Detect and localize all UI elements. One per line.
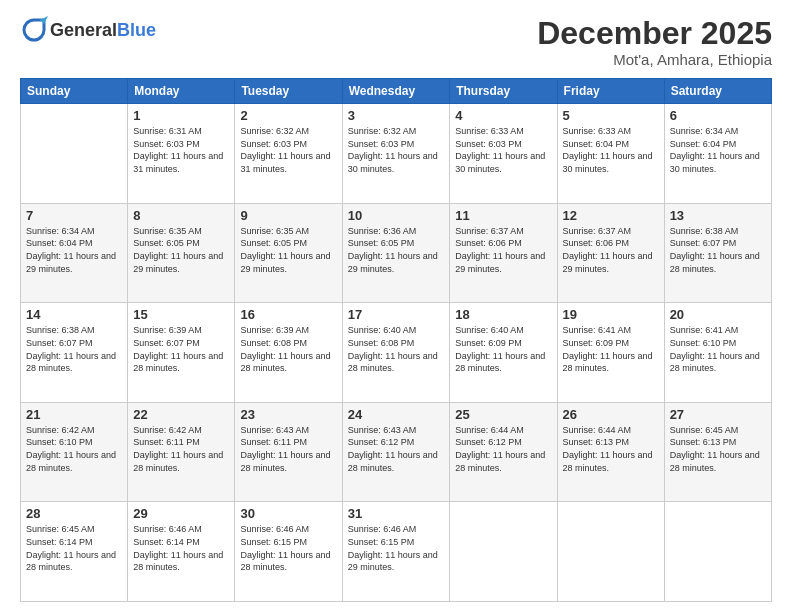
day-number: 13: [670, 208, 766, 223]
calendar-cell: 30 Sunrise: 6:46 AMSunset: 6:15 PMDaylig…: [235, 502, 342, 602]
day-info: Sunrise: 6:43 AMSunset: 6:11 PMDaylight:…: [240, 425, 330, 473]
day-info: Sunrise: 6:42 AMSunset: 6:11 PMDaylight:…: [133, 425, 223, 473]
calendar-page: GeneralBlue December 2025 Mot'a, Amhara,…: [0, 0, 792, 612]
day-info: Sunrise: 6:41 AMSunset: 6:09 PMDaylight:…: [563, 325, 653, 373]
calendar-cell: [21, 104, 128, 204]
day-number: 24: [348, 407, 445, 422]
day-info: Sunrise: 6:36 AMSunset: 6:05 PMDaylight:…: [348, 226, 438, 274]
day-info: Sunrise: 6:45 AMSunset: 6:14 PMDaylight:…: [26, 524, 116, 572]
day-number: 14: [26, 307, 122, 322]
calendar-cell: 2 Sunrise: 6:32 AMSunset: 6:03 PMDayligh…: [235, 104, 342, 204]
day-info: Sunrise: 6:31 AMSunset: 6:03 PMDaylight:…: [133, 126, 223, 174]
day-number: 15: [133, 307, 229, 322]
calendar-cell: 3 Sunrise: 6:32 AMSunset: 6:03 PMDayligh…: [342, 104, 450, 204]
day-info: Sunrise: 6:34 AMSunset: 6:04 PMDaylight:…: [670, 126, 760, 174]
calendar-cell: 17 Sunrise: 6:40 AMSunset: 6:08 PMDaylig…: [342, 303, 450, 403]
calendar-cell: 28 Sunrise: 6:45 AMSunset: 6:14 PMDaylig…: [21, 502, 128, 602]
calendar-cell: [450, 502, 557, 602]
day-info: Sunrise: 6:41 AMSunset: 6:10 PMDaylight:…: [670, 325, 760, 373]
day-info: Sunrise: 6:32 AMSunset: 6:03 PMDaylight:…: [348, 126, 438, 174]
day-number: 25: [455, 407, 551, 422]
calendar-cell: 16 Sunrise: 6:39 AMSunset: 6:08 PMDaylig…: [235, 303, 342, 403]
calendar-cell: [664, 502, 771, 602]
day-info: Sunrise: 6:33 AMSunset: 6:04 PMDaylight:…: [563, 126, 653, 174]
day-info: Sunrise: 6:43 AMSunset: 6:12 PMDaylight:…: [348, 425, 438, 473]
day-info: Sunrise: 6:38 AMSunset: 6:07 PMDaylight:…: [26, 325, 116, 373]
calendar-cell: 31 Sunrise: 6:46 AMSunset: 6:15 PMDaylig…: [342, 502, 450, 602]
day-number: 3: [348, 108, 445, 123]
day-info: Sunrise: 6:44 AMSunset: 6:12 PMDaylight:…: [455, 425, 545, 473]
calendar-cell: 7 Sunrise: 6:34 AMSunset: 6:04 PMDayligh…: [21, 203, 128, 303]
day-number: 29: [133, 506, 229, 521]
days-header-row: Sunday Monday Tuesday Wednesday Thursday…: [21, 79, 772, 104]
calendar-cell: 19 Sunrise: 6:41 AMSunset: 6:09 PMDaylig…: [557, 303, 664, 403]
day-number: 20: [670, 307, 766, 322]
calendar-cell: 4 Sunrise: 6:33 AMSunset: 6:03 PMDayligh…: [450, 104, 557, 204]
day-info: Sunrise: 6:39 AMSunset: 6:07 PMDaylight:…: [133, 325, 223, 373]
day-number: 4: [455, 108, 551, 123]
day-number: 6: [670, 108, 766, 123]
header-friday: Friday: [557, 79, 664, 104]
calendar-table: Sunday Monday Tuesday Wednesday Thursday…: [20, 78, 772, 602]
header: GeneralBlue December 2025 Mot'a, Amhara,…: [20, 16, 772, 68]
day-number: 17: [348, 307, 445, 322]
calendar-cell: 18 Sunrise: 6:40 AMSunset: 6:09 PMDaylig…: [450, 303, 557, 403]
calendar-cell: 12 Sunrise: 6:37 AMSunset: 6:06 PMDaylig…: [557, 203, 664, 303]
day-info: Sunrise: 6:46 AMSunset: 6:15 PMDaylight:…: [240, 524, 330, 572]
day-number: 11: [455, 208, 551, 223]
day-number: 7: [26, 208, 122, 223]
day-info: Sunrise: 6:34 AMSunset: 6:04 PMDaylight:…: [26, 226, 116, 274]
day-info: Sunrise: 6:37 AMSunset: 6:06 PMDaylight:…: [563, 226, 653, 274]
day-info: Sunrise: 6:45 AMSunset: 6:13 PMDaylight:…: [670, 425, 760, 473]
calendar-cell: 9 Sunrise: 6:35 AMSunset: 6:05 PMDayligh…: [235, 203, 342, 303]
day-number: 30: [240, 506, 336, 521]
day-number: 21: [26, 407, 122, 422]
calendar-cell: 15 Sunrise: 6:39 AMSunset: 6:07 PMDaylig…: [128, 303, 235, 403]
logo-general: General: [50, 20, 117, 40]
header-monday: Monday: [128, 79, 235, 104]
header-saturday: Saturday: [664, 79, 771, 104]
day-info: Sunrise: 6:35 AMSunset: 6:05 PMDaylight:…: [240, 226, 330, 274]
day-info: Sunrise: 6:37 AMSunset: 6:06 PMDaylight:…: [455, 226, 545, 274]
calendar-cell: 13 Sunrise: 6:38 AMSunset: 6:07 PMDaylig…: [664, 203, 771, 303]
day-number: 26: [563, 407, 659, 422]
calendar-cell: 24 Sunrise: 6:43 AMSunset: 6:12 PMDaylig…: [342, 402, 450, 502]
logo-text: GeneralBlue: [50, 20, 156, 41]
day-number: 5: [563, 108, 659, 123]
calendar-week-row: 14 Sunrise: 6:38 AMSunset: 6:07 PMDaylig…: [21, 303, 772, 403]
day-number: 18: [455, 307, 551, 322]
calendar-cell: 5 Sunrise: 6:33 AMSunset: 6:04 PMDayligh…: [557, 104, 664, 204]
day-number: 2: [240, 108, 336, 123]
day-info: Sunrise: 6:39 AMSunset: 6:08 PMDaylight:…: [240, 325, 330, 373]
calendar-cell: 20 Sunrise: 6:41 AMSunset: 6:10 PMDaylig…: [664, 303, 771, 403]
header-sunday: Sunday: [21, 79, 128, 104]
calendar-cell: 29 Sunrise: 6:46 AMSunset: 6:14 PMDaylig…: [128, 502, 235, 602]
calendar-cell: 10 Sunrise: 6:36 AMSunset: 6:05 PMDaylig…: [342, 203, 450, 303]
calendar-cell: 25 Sunrise: 6:44 AMSunset: 6:12 PMDaylig…: [450, 402, 557, 502]
calendar-cell: 23 Sunrise: 6:43 AMSunset: 6:11 PMDaylig…: [235, 402, 342, 502]
day-number: 22: [133, 407, 229, 422]
title-block: December 2025 Mot'a, Amhara, Ethiopia: [537, 16, 772, 68]
calendar-cell: 11 Sunrise: 6:37 AMSunset: 6:06 PMDaylig…: [450, 203, 557, 303]
day-number: 23: [240, 407, 336, 422]
day-info: Sunrise: 6:38 AMSunset: 6:07 PMDaylight:…: [670, 226, 760, 274]
header-tuesday: Tuesday: [235, 79, 342, 104]
header-thursday: Thursday: [450, 79, 557, 104]
day-info: Sunrise: 6:35 AMSunset: 6:05 PMDaylight:…: [133, 226, 223, 274]
calendar-week-row: 28 Sunrise: 6:45 AMSunset: 6:14 PMDaylig…: [21, 502, 772, 602]
day-number: 8: [133, 208, 229, 223]
calendar-week-row: 1 Sunrise: 6:31 AMSunset: 6:03 PMDayligh…: [21, 104, 772, 204]
day-number: 9: [240, 208, 336, 223]
day-number: 31: [348, 506, 445, 521]
calendar-week-row: 21 Sunrise: 6:42 AMSunset: 6:10 PMDaylig…: [21, 402, 772, 502]
calendar-cell: 8 Sunrise: 6:35 AMSunset: 6:05 PMDayligh…: [128, 203, 235, 303]
calendar-cell: 26 Sunrise: 6:44 AMSunset: 6:13 PMDaylig…: [557, 402, 664, 502]
header-wednesday: Wednesday: [342, 79, 450, 104]
day-info: Sunrise: 6:40 AMSunset: 6:09 PMDaylight:…: [455, 325, 545, 373]
day-info: Sunrise: 6:46 AMSunset: 6:14 PMDaylight:…: [133, 524, 223, 572]
calendar-cell: 6 Sunrise: 6:34 AMSunset: 6:04 PMDayligh…: [664, 104, 771, 204]
calendar-week-row: 7 Sunrise: 6:34 AMSunset: 6:04 PMDayligh…: [21, 203, 772, 303]
calendar-cell: 21 Sunrise: 6:42 AMSunset: 6:10 PMDaylig…: [21, 402, 128, 502]
day-number: 28: [26, 506, 122, 521]
location-subtitle: Mot'a, Amhara, Ethiopia: [537, 51, 772, 68]
